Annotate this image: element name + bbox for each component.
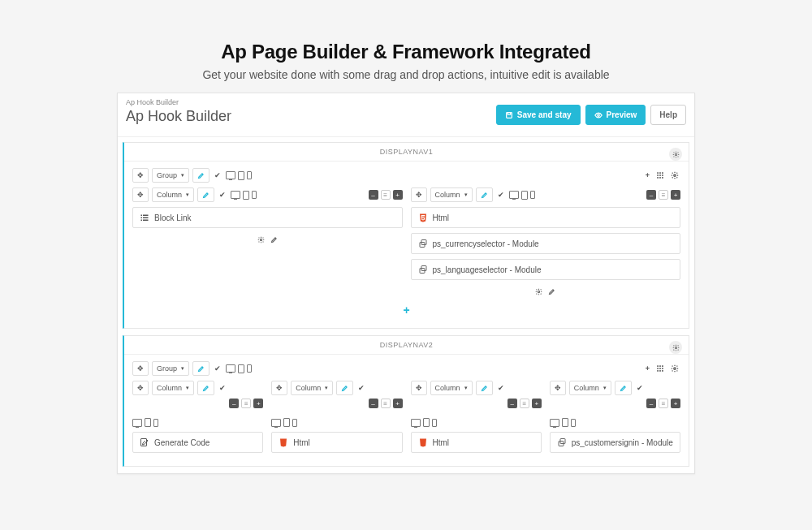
drag-handle[interactable]: ✥ [271, 381, 287, 395]
widget-html[interactable]: Html [271, 432, 402, 453]
device-toggles[interactable] [550, 418, 576, 427]
col-list-button[interactable]: ≡ [241, 399, 251, 408]
col-add-button[interactable]: + [532, 399, 542, 408]
group-grid-button[interactable] [654, 361, 666, 376]
group-add-button[interactable]: + [644, 168, 651, 183]
edit-button[interactable] [192, 361, 209, 376]
edit-button[interactable] [197, 381, 214, 395]
gear-icon [672, 151, 680, 158]
column-dropdown[interactable]: Column ▾ [152, 187, 194, 202]
pencil-icon [197, 172, 205, 179]
drag-handle[interactable]: ✥ [132, 168, 149, 183]
add-widget-center[interactable] [411, 285, 681, 300]
col-add-button[interactable]: + [393, 190, 403, 200]
widget-html[interactable]: Html [411, 207, 681, 228]
group-gear-button[interactable] [669, 361, 680, 376]
drag-handle[interactable]: ✥ [411, 187, 427, 202]
col-collapse-button[interactable]: – [229, 399, 239, 408]
col-add-button[interactable]: + [253, 399, 263, 408]
check-button[interactable]: ✔ [496, 381, 506, 395]
group-label: Group [157, 364, 177, 373]
col-add-button[interactable]: + [671, 399, 680, 408]
device-toggles[interactable] [226, 171, 252, 180]
device-toggles[interactable] [411, 418, 437, 427]
chevron-down-icon: ▾ [186, 385, 189, 391]
column-dropdown[interactable]: Column▾ [152, 381, 194, 395]
group-add-button[interactable]: + [644, 361, 651, 376]
col-list-button[interactable]: ≡ [381, 190, 391, 200]
group-grid-button[interactable] [654, 168, 666, 183]
add-widget-center[interactable] [132, 233, 403, 248]
device-toggles[interactable] [271, 418, 297, 427]
column-dropdown[interactable]: Column▾ [430, 381, 473, 395]
group-toolbar: ✥ Group ▾ ✔ + [132, 361, 680, 376]
column: ✥ Column▾ ✔ – ≡ + [132, 381, 263, 458]
widget-generate-code[interactable]: Generate Code [132, 432, 263, 453]
widget-label: ps_currencyselector - Module [433, 239, 539, 248]
svg-rect-15 [141, 218, 143, 219]
preview-button[interactable]: Preview [585, 105, 646, 125]
gear-icon [535, 288, 545, 297]
device-toggles[interactable] [132, 418, 158, 427]
col-list-button[interactable]: ≡ [520, 399, 529, 408]
device-toggles[interactable] [226, 364, 252, 373]
group-gear-button[interactable] [669, 168, 680, 183]
widget-html[interactable]: Html [411, 432, 542, 453]
edit-button[interactable] [476, 381, 493, 395]
drag-handle[interactable]: ✥ [550, 381, 566, 395]
col-add-button[interactable]: + [393, 399, 403, 408]
edit-button[interactable] [192, 168, 209, 183]
edit-icon [140, 437, 149, 447]
edit-button[interactable] [197, 187, 214, 202]
group-dropdown[interactable]: Group ▾ [152, 168, 189, 183]
svg-point-35 [674, 368, 676, 370]
column-label: Column [574, 384, 599, 392]
drag-handle[interactable]: ✥ [411, 381, 427, 395]
check-button[interactable]: ✔ [635, 381, 645, 395]
widget-module[interactable]: ps_customersignin - Module [550, 432, 680, 453]
svg-point-12 [674, 175, 676, 177]
chevron-down-icon: ▾ [603, 385, 607, 391]
column-dropdown[interactable]: Column▾ [569, 381, 611, 395]
section-gear-button[interactable] [669, 148, 682, 161]
widget-module[interactable]: ps_languageselector - Module [411, 259, 681, 280]
edit-button[interactable] [615, 381, 632, 395]
column-toolbar: ✥ Column▾ ✔ – ≡ + [550, 381, 680, 427]
col-list-button[interactable]: ≡ [381, 399, 391, 408]
svg-rect-32 [657, 370, 659, 372]
svg-rect-9 [657, 177, 659, 179]
drag-handle[interactable]: ✥ [132, 187, 149, 202]
save-and-stay-button[interactable]: Save and stay [496, 105, 581, 125]
device-toggles[interactable] [509, 191, 535, 200]
col-collapse-button[interactable]: – [369, 399, 378, 408]
edit-button[interactable] [476, 187, 493, 202]
svg-point-1 [597, 114, 599, 116]
col-collapse-button[interactable]: – [508, 399, 517, 408]
col-add-button[interactable]: + [671, 190, 680, 200]
check-button[interactable]: ✔ [356, 381, 366, 395]
col-collapse-button[interactable]: – [646, 190, 656, 200]
device-toggles[interactable] [231, 191, 257, 200]
check-button[interactable]: ✔ [496, 187, 506, 202]
col-list-button[interactable]: ≡ [659, 399, 668, 408]
check-button[interactable]: ✔ [218, 187, 227, 202]
check-button[interactable]: ✔ [213, 361, 222, 376]
add-row-button[interactable]: + [132, 300, 680, 320]
section-gear-button[interactable] [669, 341, 682, 354]
chevron-down-icon: ▾ [181, 172, 184, 179]
column-dropdown[interactable]: Column▾ [291, 381, 333, 395]
column-dropdown[interactable]: Column ▾ [430, 187, 473, 202]
edit-button[interactable] [336, 381, 353, 395]
check-button[interactable]: ✔ [218, 381, 227, 395]
col-list-button[interactable]: ≡ [659, 190, 668, 200]
drag-handle[interactable]: ✥ [132, 381, 149, 395]
widget-block-link[interactable]: Block Link [132, 207, 403, 228]
group-dropdown[interactable]: Group ▾ [152, 361, 189, 376]
col-collapse-button[interactable]: – [646, 399, 656, 408]
col-collapse-button[interactable]: – [369, 190, 378, 200]
help-button[interactable]: Help [650, 105, 686, 125]
eye-icon [594, 111, 603, 119]
widget-module[interactable]: ps_currencyselector - Module [411, 233, 681, 254]
check-button[interactable]: ✔ [213, 168, 222, 183]
drag-handle[interactable]: ✥ [132, 361, 149, 376]
